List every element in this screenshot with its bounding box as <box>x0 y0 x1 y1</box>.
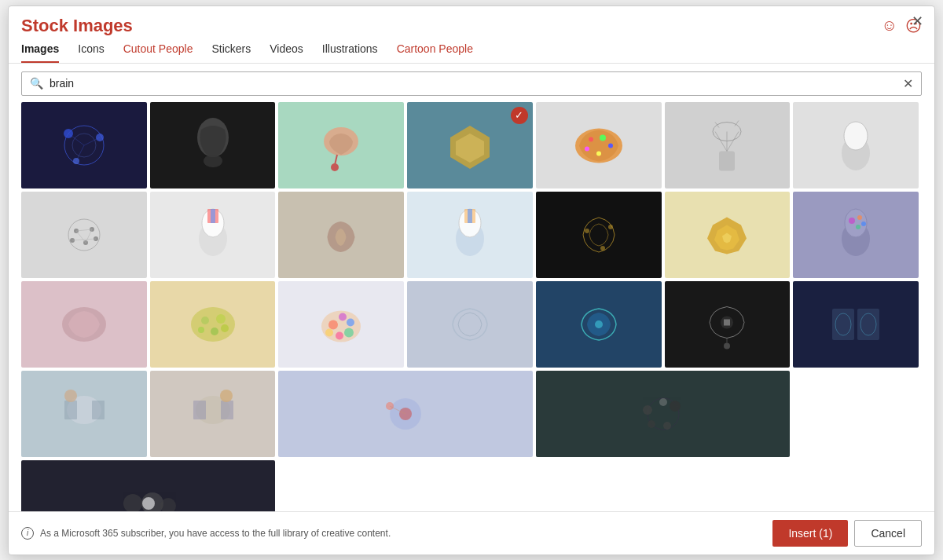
happy-face-icon[interactable]: ☺ <box>882 16 897 35</box>
image-grid-container: ✓ <box>9 102 934 511</box>
svg-rect-85 <box>92 401 105 419</box>
svg-line-24 <box>727 131 739 151</box>
svg-point-74 <box>595 320 603 328</box>
svg-rect-76 <box>724 319 730 325</box>
footer-buttons: Insert (1) Cancel <box>772 520 922 547</box>
search-clear-button[interactable]: ✕ <box>903 76 913 91</box>
svg-point-100 <box>659 398 667 406</box>
svg-point-68 <box>328 320 338 329</box>
svg-point-56 <box>849 218 855 224</box>
image-grid: ✓ <box>21 102 922 511</box>
svg-point-20 <box>585 146 589 151</box>
svg-rect-88 <box>193 401 206 419</box>
svg-point-62 <box>201 317 209 324</box>
image-item[interactable] <box>793 102 919 188</box>
tab-illustrations[interactable]: Illustrations <box>322 42 378 63</box>
image-item[interactable] <box>21 371 147 457</box>
image-item[interactable] <box>407 192 533 278</box>
svg-point-98 <box>663 422 671 430</box>
svg-point-58 <box>861 221 866 226</box>
search-input[interactable] <box>50 77 903 90</box>
svg-point-64 <box>211 328 218 335</box>
svg-point-49 <box>608 225 613 229</box>
insert-button[interactable]: Insert (1) <box>772 520 848 547</box>
image-item[interactable] <box>150 371 276 457</box>
svg-point-69 <box>325 328 333 336</box>
title-bar: Stock Images ☺ ☹ ✕ <box>9 6 934 39</box>
dialog-title: Stock Images <box>21 16 133 36</box>
image-item[interactable] <box>793 192 919 278</box>
svg-point-66 <box>221 324 229 332</box>
svg-line-23 <box>715 131 727 151</box>
image-item[interactable] <box>665 192 791 278</box>
image-item[interactable]: ✓ <box>407 102 533 188</box>
svg-point-30 <box>68 219 100 251</box>
image-item[interactable] <box>665 281 791 368</box>
svg-rect-47 <box>468 209 472 223</box>
search-bar: 🔍 ✕ <box>21 71 922 96</box>
image-item[interactable] <box>21 281 147 368</box>
image-item[interactable] <box>150 102 276 188</box>
svg-point-70 <box>336 331 343 339</box>
svg-point-29 <box>844 122 868 150</box>
svg-point-90 <box>220 390 233 402</box>
tab-bar: Images Icons Cutout People Stickers Vide… <box>9 42 934 64</box>
svg-point-50 <box>600 246 605 251</box>
svg-point-73 <box>339 313 347 320</box>
svg-rect-84 <box>64 401 77 419</box>
svg-point-16 <box>589 137 593 141</box>
svg-point-97 <box>670 401 681 412</box>
svg-point-96 <box>643 405 652 415</box>
tab-cutout-people[interactable]: Cutout People <box>123 42 193 63</box>
footer-info: i As a Microsoft 365 subscriber, you hav… <box>21 527 391 540</box>
svg-line-36 <box>76 229 92 231</box>
image-item[interactable] <box>21 192 147 278</box>
footer: i As a Microsoft 365 subscriber, you hav… <box>9 511 934 555</box>
svg-point-101 <box>123 494 142 511</box>
cancel-button[interactable]: Cancel <box>854 520 922 547</box>
image-item[interactable] <box>278 102 404 188</box>
svg-point-18 <box>608 143 613 148</box>
svg-point-86 <box>64 390 77 402</box>
tab-images[interactable]: Images <box>21 42 59 63</box>
image-item[interactable] <box>278 281 404 368</box>
image-item[interactable] <box>536 281 662 368</box>
footer-info-text: As a Microsoft 365 subscriber, you have … <box>40 528 391 539</box>
stock-images-dialog: Stock Images ☺ ☹ ✕ Images Icons Cutout P… <box>8 5 935 555</box>
search-icon: 🔍 <box>30 77 43 90</box>
image-item[interactable] <box>793 281 919 368</box>
image-item[interactable] <box>536 192 662 278</box>
svg-point-57 <box>857 215 862 220</box>
svg-point-61 <box>191 307 235 342</box>
image-item[interactable] <box>150 192 276 278</box>
svg-point-65 <box>198 327 204 333</box>
image-item[interactable] <box>278 192 404 278</box>
tab-stickers[interactable]: Stickers <box>211 42 251 63</box>
tab-cartoon-people[interactable]: Cartoon People <box>397 42 473 63</box>
image-item[interactable] <box>278 371 532 457</box>
tab-icons[interactable]: Icons <box>78 42 104 63</box>
svg-rect-89 <box>221 401 233 419</box>
svg-point-77 <box>724 342 730 349</box>
svg-point-71 <box>344 328 354 337</box>
tab-videos[interactable]: Videos <box>270 42 303 63</box>
image-item[interactable] <box>665 102 791 188</box>
svg-line-7 <box>76 145 84 161</box>
info-icon: i <box>21 527 34 540</box>
image-item[interactable] <box>21 102 147 188</box>
svg-line-5 <box>68 134 84 145</box>
image-item[interactable] <box>536 102 662 188</box>
image-item[interactable] <box>21 460 275 511</box>
svg-point-63 <box>216 314 226 324</box>
image-item[interactable] <box>407 281 533 368</box>
svg-point-12 <box>331 163 339 171</box>
image-item[interactable] <box>150 281 276 368</box>
svg-rect-43 <box>211 209 215 223</box>
svg-point-19 <box>596 151 601 156</box>
image-item[interactable] <box>536 371 790 457</box>
svg-line-39 <box>72 239 96 240</box>
close-button[interactable]: ✕ <box>912 14 923 28</box>
svg-point-72 <box>347 318 354 326</box>
svg-point-59 <box>856 225 860 229</box>
svg-line-26 <box>715 122 719 127</box>
